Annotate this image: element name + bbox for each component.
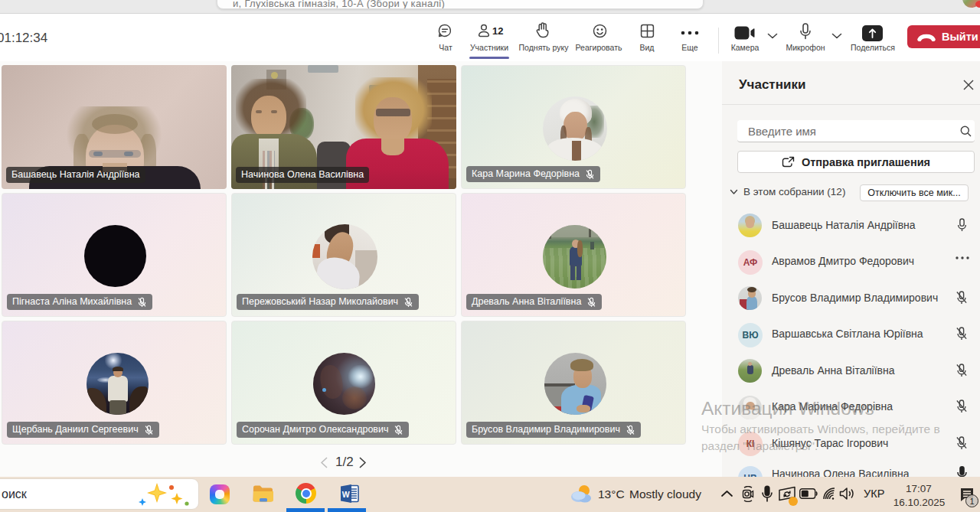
svg-text:W: W [342,490,350,499]
